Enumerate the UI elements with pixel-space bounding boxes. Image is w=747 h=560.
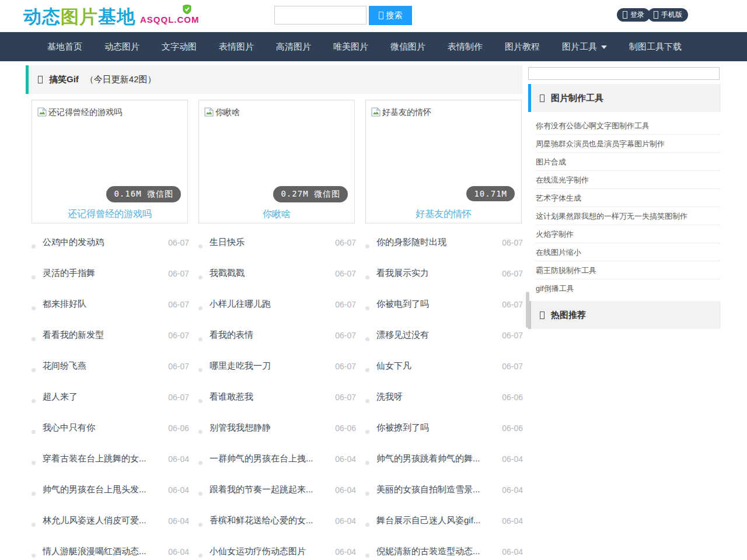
list-item[interactable]: 看我的表情06-07	[198, 320, 356, 351]
list-item[interactable]: 美丽的女孩自拍制造雪景...06-04	[365, 474, 523, 505]
list-item-title[interactable]: 情人游艇浪漫喝红酒动态...	[43, 546, 165, 557]
tool-link[interactable]: 在线图片缩小	[536, 243, 720, 261]
card-title-link[interactable]: 还记得曾经的游戏吗	[32, 208, 187, 220]
list-item-title[interactable]: 洗我呀	[376, 391, 498, 402]
search-button[interactable]: 搜索	[369, 6, 412, 25]
card-title-link[interactable]: 好基友的情怀	[366, 208, 521, 220]
list-item-title[interactable]: 超人来了	[43, 391, 165, 402]
tool-link[interactable]: gif倒播工具	[536, 279, 720, 298]
tool-link[interactable]: 在线流光字制作	[536, 171, 720, 189]
list-item[interactable]: 哪里走吃我一刀06-07	[198, 351, 356, 382]
list-item-title[interactable]: 漂移见过没有	[376, 330, 498, 341]
login-button[interactable]: 登录	[617, 8, 650, 22]
list-item-title[interactable]: 倪妮清新的古装造型动态...	[376, 546, 498, 557]
tool-link[interactable]: 你有没有公德心啊文字图制作工具	[536, 117, 720, 135]
list-item-title[interactable]: 跟着我的节奏一起跳起来...	[210, 484, 331, 495]
list-item[interactable]: 超人来了06-07	[32, 382, 189, 412]
list-item-title[interactable]: 灵活的手指舞	[43, 268, 165, 279]
list-item-title[interactable]: 你被电到了吗	[376, 299, 498, 310]
list-item[interactable]: 公鸡中的发动鸡06-07	[32, 227, 189, 258]
list-item-title[interactable]: 看看我的新发型	[43, 330, 165, 341]
list-item-title[interactable]: 美丽的女孩自拍制造雪景...	[376, 484, 498, 495]
list-item-title[interactable]: 小样儿往哪儿跑	[210, 299, 331, 310]
nav-item-3[interactable]: 文字动图	[151, 32, 208, 61]
nav-item-4[interactable]: 表情图片	[208, 32, 265, 61]
tool-link[interactable]: 图片合成	[536, 153, 720, 171]
list-item[interactable]: 帅气的男孩跳着帅气的舞...06-04	[365, 443, 523, 474]
list-item-title[interactable]: 别管我我想静静	[210, 422, 331, 433]
list-item[interactable]: 看我展示实力06-07	[365, 258, 523, 289]
list-item[interactable]: 灵活的手指舞06-07	[32, 258, 189, 289]
nav-item-9[interactable]: 图片教程	[494, 32, 551, 61]
nav-item-11[interactable]: 制图工具下载	[618, 32, 693, 61]
list-item-title[interactable]: 你的身影随时出现	[376, 237, 498, 248]
list-item-title[interactable]: 一群帅气的男孩在台上拽...	[210, 453, 331, 464]
list-item-title[interactable]: 穿着古装在台上跳舞的女...	[43, 453, 165, 464]
list-item[interactable]: 生日快乐06-07	[198, 227, 356, 258]
list-item[interactable]: 别管我我想静静06-06	[198, 412, 356, 443]
list-item-title[interactable]: 林允儿风姿迷人俏皮可爱...	[43, 515, 165, 526]
list-item[interactable]: 帅气的男孩在台上甩头发...06-04	[32, 474, 189, 505]
list-item[interactable]: 小样儿往哪儿跑06-07	[198, 289, 356, 320]
list-item-title[interactable]: 哪里走吃我一刀	[210, 360, 331, 372]
list-item-title[interactable]: 看谁敢惹我	[210, 391, 331, 402]
list-item[interactable]: 倪妮清新的古装造型动态...06-04	[365, 536, 523, 560]
list-item[interactable]: 漂移见过没有06-07	[365, 320, 523, 351]
card-title-link[interactable]: 你瞅啥	[199, 208, 354, 220]
list-item[interactable]: 穿着古装在台上跳舞的女...06-04	[32, 443, 189, 474]
site-logo[interactable]: 动态图片基地 ASQQL.COM	[23, 5, 200, 29]
list-item-title[interactable]: 都来排好队	[43, 299, 165, 310]
nav-item-8[interactable]: 表情制作	[437, 32, 494, 61]
mobile-version-button[interactable]: 手机版	[648, 8, 688, 22]
tool-link[interactable]: 周星驰群众演员也是演员字幕图片制作	[536, 135, 720, 153]
list-item-title[interactable]: 看我展示实力	[376, 268, 498, 279]
search-input[interactable]	[274, 6, 366, 24]
nav-item-10[interactable]: 图片工具	[551, 32, 618, 61]
list-item-title[interactable]: 仙女下凡	[376, 360, 498, 372]
image-card[interactable]: 你瞅啥0.27M 微信图你瞅啥	[198, 100, 355, 223]
nav-item-7[interactable]: 微信图片	[379, 32, 437, 61]
sidebar-search-input[interactable]	[528, 67, 720, 80]
nav-item-6[interactable]: 唯美图片	[322, 32, 379, 61]
list-item-title[interactable]: 帅气的男孩在台上甩头发...	[43, 484, 165, 495]
list-item-title[interactable]: 我心中只有你	[43, 422, 165, 433]
nav-item-1[interactable]: 基地首页	[36, 32, 93, 61]
nav-item-5[interactable]: 高清图片	[265, 32, 322, 61]
list-item[interactable]: 你被撩到了吗06-06	[365, 412, 523, 443]
list-item[interactable]: 看看我的新发型06-07	[32, 320, 189, 351]
list-item[interactable]: 林允儿风姿迷人俏皮可爱...06-04	[32, 505, 189, 536]
list-item[interactable]: 我心中只有你06-06	[32, 412, 189, 443]
list-item[interactable]: 香槟和鲜花送给心爱的女...06-04	[198, 505, 356, 536]
tool-link[interactable]: 这计划果然跟我想的一样万无一失搞笑图制作	[536, 207, 720, 225]
list-item[interactable]: 小仙女运功疗伤动态图片06-04	[198, 536, 356, 560]
list-item-title[interactable]: 生日快乐	[210, 237, 331, 248]
list-item[interactable]: 一群帅气的男孩在台上拽...06-04	[198, 443, 356, 474]
list-item-title[interactable]: 你被撩到了吗	[376, 422, 498, 433]
tool-link[interactable]: 霸王防脱制作工具	[536, 261, 720, 279]
tool-link[interactable]: 艺术字体生成	[536, 189, 720, 207]
list-item[interactable]: 仙女下凡06-07	[365, 351, 523, 382]
list-item-title[interactable]: 舞台展示自己迷人风姿gif...	[376, 515, 498, 526]
list-item[interactable]: 都来排好队06-07	[32, 289, 189, 320]
list-item[interactable]: 看谁敢惹我06-07	[198, 382, 356, 412]
list-item-title[interactable]: 小仙女运功疗伤动态图片	[210, 546, 331, 557]
list-item[interactable]: 花间纷飞燕06-07	[32, 351, 189, 382]
image-card[interactable]: 好基友的情怀10.71M好基友的情怀	[365, 100, 522, 223]
list-item[interactable]: 我戳戳戳06-07	[198, 258, 356, 289]
list-item[interactable]: 你被电到了吗06-07	[365, 289, 523, 320]
list-item-title[interactable]: 香槟和鲜花送给心爱的女...	[210, 515, 331, 526]
list-item-title[interactable]: 公鸡中的发动鸡	[43, 237, 165, 248]
list-item[interactable]: 舞台展示自己迷人风姿gif...06-04	[365, 505, 523, 536]
list-item[interactable]: 情人游艇浪漫喝红酒动态...06-04	[32, 536, 189, 560]
list-item[interactable]: 洗我呀06-06	[365, 382, 523, 412]
image-card[interactable]: 还记得曾经的游戏吗0.16M 微信图还记得曾经的游戏吗	[32, 100, 188, 223]
list-item-title[interactable]: 帅气的男孩跳着帅气的舞...	[376, 453, 498, 464]
nav-item-2[interactable]: 动态图片	[93, 32, 151, 61]
list-item-title[interactable]: 看我的表情	[210, 330, 331, 341]
list-item-title[interactable]: 我戳戳戳	[210, 268, 331, 279]
tool-link[interactable]: 火焰字制作	[536, 225, 720, 243]
scrollbar-thumb[interactable]	[526, 292, 529, 328]
list-item-title[interactable]: 花间纷飞燕	[43, 360, 165, 372]
list-item[interactable]: 你的身影随时出现06-07	[365, 227, 523, 258]
list-item[interactable]: 跟着我的节奏一起跳起来...06-04	[198, 474, 356, 505]
